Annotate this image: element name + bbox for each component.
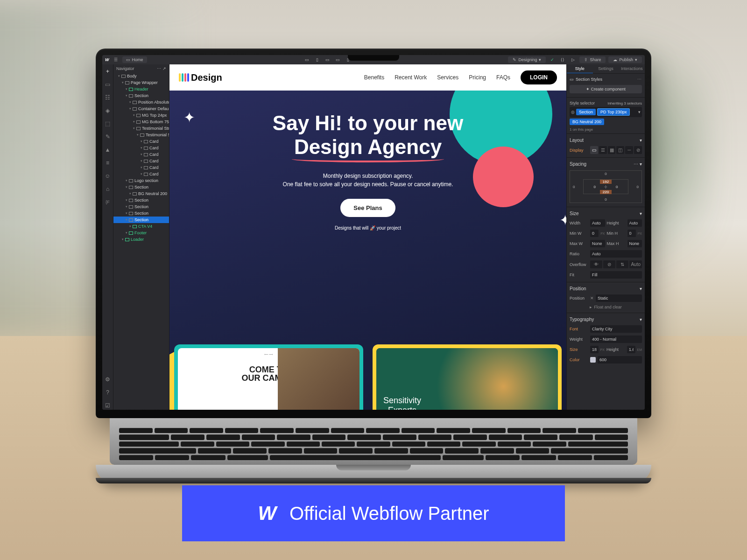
tree-item[interactable]: ▾Section xyxy=(113,217,169,223)
position-header[interactable]: Position▾ xyxy=(570,284,642,293)
layout-header[interactable]: Layout▾ xyxy=(570,136,642,145)
see-plans-button[interactable]: See Plans xyxy=(340,199,395,217)
apps-icon[interactable]: {F xyxy=(104,198,112,206)
create-component-button[interactable]: ✦ Create component xyxy=(570,85,642,93)
display-flex-icon[interactable]: ☰ xyxy=(599,146,607,154)
tab-style[interactable]: Style xyxy=(567,64,593,73)
nav-link[interactable]: Services xyxy=(437,74,458,81)
device-tablet-icon[interactable]: ▯ xyxy=(313,56,321,63)
spacing-header[interactable]: Spacing⋯ ▾ xyxy=(570,160,642,168)
tree-item[interactable]: ▾Loader xyxy=(113,236,169,243)
tree-item[interactable]: ▾Section xyxy=(113,203,169,210)
minw-input[interactable] xyxy=(590,230,599,237)
tree-item[interactable]: ▾Card xyxy=(113,151,169,158)
login-button[interactable]: LOGIN xyxy=(521,70,557,84)
display-inline-block-icon[interactable]: ◫ xyxy=(616,146,624,154)
tree-item[interactable]: ▾Testimonial Strip V xyxy=(113,132,169,138)
share-button[interactable]: ⇧Share xyxy=(579,56,606,63)
display-inline-icon[interactable]: ─ xyxy=(625,146,633,154)
fsize-input[interactable] xyxy=(590,346,599,353)
portfolio-card[interactable]: SensitivityExperts xyxy=(373,344,562,410)
webflow-logo-icon[interactable]: W xyxy=(105,57,109,62)
tree-item[interactable]: ▾CTA V4 xyxy=(113,223,169,230)
tree-item[interactable]: ▾Logo section xyxy=(113,177,169,184)
weight-input[interactable] xyxy=(590,336,642,343)
style-manager-icon[interactable]: ✎ xyxy=(104,133,112,141)
tree-item[interactable]: ▾Card xyxy=(113,164,169,171)
nav-link[interactable]: FAQs xyxy=(496,74,510,81)
tree-item[interactable]: ▾Footer xyxy=(113,230,169,236)
site-logo[interactable]: Design xyxy=(179,72,222,83)
font-input[interactable] xyxy=(590,325,642,333)
panel-options-icon[interactable]: ⋯ ↗ xyxy=(157,66,166,71)
spacing-editor[interactable]: 0 0 0 0 192 0⊹0 220 xyxy=(570,170,642,203)
tree-item[interactable]: ▾Section xyxy=(113,92,169,99)
audit-icon[interactable]: ☑ xyxy=(104,401,112,410)
preview-icon[interactable]: ▷ xyxy=(569,56,577,63)
typography-header[interactable]: Typography▾ xyxy=(570,315,642,324)
display-block-icon[interactable]: ▭ xyxy=(590,146,598,154)
cms-icon[interactable]: ≡ xyxy=(104,159,112,167)
publish-button[interactable]: ☁Publish▾ xyxy=(608,56,642,63)
position-input[interactable] xyxy=(596,294,642,302)
padding-top[interactable]: 192 xyxy=(600,180,612,184)
overflow-visible-icon[interactable]: 👁 xyxy=(590,260,602,268)
maxh-input[interactable] xyxy=(627,240,642,247)
design-canvas[interactable]: Design BenefitsRecent WorkServicesPricin… xyxy=(169,64,566,410)
fit-input[interactable] xyxy=(590,271,642,279)
ratio-input[interactable] xyxy=(590,250,642,258)
nav-link[interactable]: Benefits xyxy=(364,74,384,81)
tree-item[interactable]: ▾MG Bottom 75px xyxy=(113,119,169,125)
code-icon[interactable]: ⟨⟩ xyxy=(559,56,566,63)
tree-item[interactable]: ▾Testimonial Strip Ma xyxy=(113,125,169,132)
ecommerce-icon[interactable]: ⌂ xyxy=(104,185,112,193)
color-input[interactable] xyxy=(598,356,642,364)
tree-item[interactable]: ▾BG Neutral 200 xyxy=(113,190,169,197)
display-grid-icon[interactable]: ▦ xyxy=(608,146,616,154)
check-icon[interactable]: ✓ xyxy=(549,56,556,63)
lineheight-input[interactable] xyxy=(627,346,635,353)
pages-icon[interactable]: ▭ xyxy=(104,80,112,89)
components-icon[interactable]: ◈ xyxy=(104,106,112,115)
tree-item[interactable]: ▾Section xyxy=(113,197,169,203)
mode-designing[interactable]: ✎Designing▾ xyxy=(508,56,546,63)
navigator-icon[interactable]: ☷ xyxy=(104,93,112,102)
padding-bottom[interactable]: 220 xyxy=(600,190,612,194)
selector-state-icon[interactable]: ▾ xyxy=(638,110,641,114)
device-mobile-landscape-icon[interactable]: ▭ xyxy=(334,56,341,63)
nav-link[interactable]: Recent Work xyxy=(395,74,427,81)
tree-item[interactable]: ▾Card xyxy=(113,158,169,164)
width-input[interactable] xyxy=(590,219,605,227)
tab-settings[interactable]: Settings xyxy=(593,64,619,73)
inheriting-info[interactable]: Inheriting 3 selectors xyxy=(607,101,642,105)
more-icon[interactable]: ⋯ xyxy=(637,77,642,82)
height-input[interactable] xyxy=(627,219,642,227)
assets-icon[interactable]: ▲ xyxy=(104,146,112,154)
variables-icon[interactable]: ⬚ xyxy=(104,119,112,128)
tree-item[interactable]: ▾Page Wrapper xyxy=(113,79,169,86)
overflow-hidden-icon[interactable]: ⊘ xyxy=(603,260,615,268)
size-header[interactable]: Size▾ xyxy=(570,209,642,218)
selector-tag[interactable]: PD Top 230px xyxy=(597,108,630,116)
tab-interactions[interactable]: Interactions xyxy=(619,64,645,73)
tree-item[interactable]: ▾Card xyxy=(113,171,169,177)
menu-icon[interactable]: ☰ xyxy=(112,56,120,63)
float-clear[interactable]: Float and clear xyxy=(594,305,622,309)
help-icon[interactable]: ? xyxy=(104,388,112,397)
display-none-icon[interactable]: ⊘ xyxy=(634,146,642,154)
selector-tag[interactable]: BG Neutral 200 xyxy=(570,119,604,125)
selector-target-icon[interactable]: ◎ xyxy=(571,110,575,114)
device-tablet-landscape-icon[interactable]: ▭ xyxy=(324,56,331,63)
selector-tag[interactable]: Section xyxy=(576,109,596,115)
nav-link[interactable]: Pricing xyxy=(469,74,486,81)
minh-input[interactable] xyxy=(627,230,636,237)
tree-item[interactable]: ▾Container Default xyxy=(113,105,169,112)
tree-item[interactable]: ▾Body xyxy=(113,73,169,79)
users-icon[interactable]: ☺ xyxy=(104,172,112,180)
device-desktop-icon[interactable]: ▭ xyxy=(303,56,310,63)
maxw-input[interactable] xyxy=(590,240,605,247)
settings-icon[interactable]: ⚙ xyxy=(104,375,112,384)
breadcrumb-home[interactable]: ▭ Home xyxy=(122,56,147,63)
portfolio-card[interactable]: ⟵ ⟶ COME TOOUR CAMPS! xyxy=(174,344,363,410)
add-element-icon[interactable]: + xyxy=(104,67,112,76)
